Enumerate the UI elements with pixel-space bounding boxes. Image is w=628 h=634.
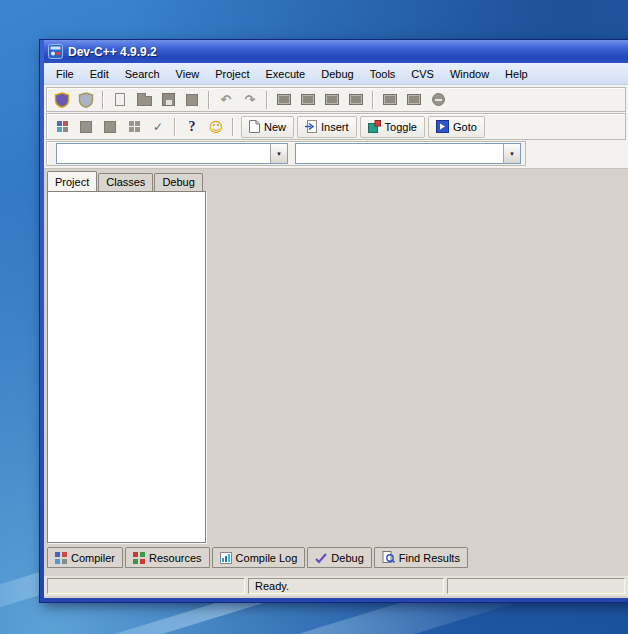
report-tab-compiler[interactable]: Compiler <box>47 547 123 568</box>
window-title: Dev-C++ 4.9.9.2 <box>68 45 157 59</box>
window-content: File Edit Search View Project Execute De… <box>44 63 628 598</box>
report-tab-find-results[interactable]: Find Results <box>374 547 468 568</box>
report-tabs: Compiler Resources Compile Log Debug <box>47 547 470 568</box>
statusbar-panel-info <box>447 578 625 594</box>
desktop: Dev-C++ 4.9.9.2 File Edit Search View Pr… <box>0 0 628 634</box>
menu-item-window[interactable]: Window <box>442 65 497 83</box>
statusbar-panel-position <box>47 578 245 594</box>
toolbar-separator <box>174 118 176 136</box>
tab-classes[interactable]: Classes <box>98 173 153 191</box>
statusbar: Ready. <box>44 576 628 596</box>
class-combobox-value[interactable] <box>296 144 503 163</box>
open-file-icon[interactable] <box>132 89 156 111</box>
titlebar[interactable]: Dev-C++ 4.9.9.2 <box>44 40 628 63</box>
profile-icon[interactable] <box>402 89 426 111</box>
resources-icon <box>133 552 145 564</box>
status-text: Ready. <box>255 580 289 592</box>
save-icon[interactable] <box>156 89 180 111</box>
close-file-icon[interactable] <box>180 89 204 111</box>
tab-debug[interactable]: Debug <box>154 173 202 191</box>
debug-run-icon[interactable] <box>378 89 402 111</box>
menubar: File Edit Search View Project Execute De… <box>44 63 628 85</box>
report-tab-resources[interactable]: Resources <box>125 547 210 568</box>
new-project-icon[interactable] <box>50 89 74 111</box>
devcpp-window: Dev-C++ 4.9.9.2 File Edit Search View Pr… <box>40 40 628 602</box>
debug-check-icon <box>315 552 327 564</box>
goto-bookmark-button[interactable]: Goto <box>428 116 485 138</box>
menu-item-tools[interactable]: Tools <box>362 65 404 83</box>
redo-icon[interactable]: ↷ <box>238 89 262 111</box>
report-tab-debug[interactable]: Debug <box>307 547 371 568</box>
menu-item-cvs[interactable]: CVS <box>403 65 442 83</box>
compiler-combobox-value[interactable] <box>57 144 270 163</box>
run-icon[interactable] <box>296 89 320 111</box>
toolbar-combos: ▼ ▼ <box>46 141 526 166</box>
undo-icon[interactable]: ↶ <box>214 89 238 111</box>
new-member-variable-icon[interactable] <box>98 116 122 138</box>
menu-item-view[interactable]: View <box>168 65 208 83</box>
abort-icon[interactable] <box>426 89 450 111</box>
goto-icon <box>436 120 449 133</box>
toolbar-separator <box>266 91 268 109</box>
toggle-icon <box>368 120 381 133</box>
menu-item-file[interactable]: File <box>48 65 82 83</box>
statusbar-panel-state: Ready. <box>248 578 444 594</box>
chevron-down-icon[interactable]: ▼ <box>270 144 287 163</box>
menu-item-edit[interactable]: Edit <box>82 65 117 83</box>
open-project-icon[interactable] <box>74 89 98 111</box>
compiler-grid-icon <box>55 552 67 564</box>
new-member-function-icon[interactable] <box>74 116 98 138</box>
toolbar-separator <box>102 91 104 109</box>
new-source-file-icon[interactable] <box>108 89 132 111</box>
class-browser-icon[interactable] <box>122 116 146 138</box>
toolbar-separator <box>208 91 210 109</box>
menu-item-help[interactable]: Help <box>497 65 536 83</box>
chevron-down-icon[interactable]: ▼ <box>503 144 520 163</box>
menu-item-search[interactable]: Search <box>117 65 168 83</box>
toolbar-zone: ↶ ↷ <box>44 85 628 169</box>
browser-tabs: Project Classes Debug <box>47 171 204 191</box>
project-browser-panel[interactable] <box>47 191 206 543</box>
compiler-combobox[interactable]: ▼ <box>56 143 288 164</box>
compile-log-chart-icon <box>220 552 232 564</box>
tab-project[interactable]: Project <box>47 171 97 191</box>
new-source-button[interactable]: New <box>241 116 294 138</box>
toggle-bookmark-button[interactable]: Toggle <box>360 116 425 138</box>
toolbar-separator <box>232 118 234 136</box>
new-class-icon[interactable] <box>50 116 74 138</box>
toolbar-specials: ✓ ? ☺ New Insert Toggle <box>46 113 626 140</box>
menu-item-execute[interactable]: Execute <box>257 65 313 83</box>
new-page-icon <box>249 120 260 133</box>
insert-icon <box>305 120 317 133</box>
help-icon[interactable]: ? <box>180 116 204 138</box>
insert-button[interactable]: Insert <box>297 116 357 138</box>
find-results-magnifier-icon <box>382 551 395 564</box>
about-icon[interactable]: ☺ <box>204 116 228 138</box>
menu-item-debug[interactable]: Debug <box>313 65 361 83</box>
app-icon <box>48 44 63 59</box>
toolbar-main: ↶ ↷ <box>46 87 626 112</box>
main-area: Project Classes Debug Compiler Resources <box>44 169 628 596</box>
report-tab-compile-log[interactable]: Compile Log <box>212 547 306 568</box>
compile-icon[interactable] <box>272 89 296 111</box>
class-combobox[interactable]: ▼ <box>295 143 521 164</box>
syntax-check-icon[interactable]: ✓ <box>146 116 170 138</box>
compile-and-run-icon[interactable] <box>320 89 344 111</box>
menu-item-project[interactable]: Project <box>207 65 257 83</box>
toolbar-separator <box>372 91 374 109</box>
rebuild-all-icon[interactable] <box>344 89 368 111</box>
